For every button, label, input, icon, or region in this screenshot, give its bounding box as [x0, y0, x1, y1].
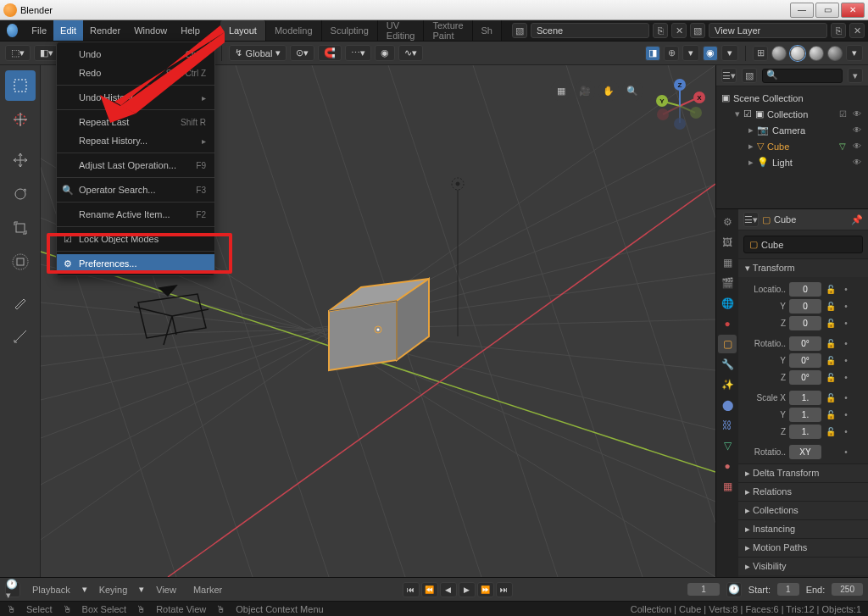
- auto-keyframe-toggle[interactable]: 🕐: [726, 582, 742, 597]
- play-reverse-button[interactable]: ◀: [440, 582, 457, 597]
- tree-camera[interactable]: ▸ 📷 Camera 👁: [720, 122, 865, 138]
- ptab-world[interactable]: 🌐: [718, 294, 737, 313]
- overlay-toggle[interactable]: ◉: [703, 46, 718, 61]
- viewport-camera-icon[interactable]: ▦: [551, 80, 571, 101]
- hide-toggle[interactable]: 👁: [851, 109, 863, 119]
- viewlayer-new-button[interactable]: ⎘: [831, 23, 846, 38]
- panel-motion-header[interactable]: ▸ Motion Paths: [738, 539, 868, 557]
- tool-annotate[interactable]: [5, 287, 36, 318]
- lock-icon[interactable]: 🔓: [825, 319, 837, 328]
- play-button[interactable]: ▶: [459, 582, 476, 597]
- props-editor-type[interactable]: ☰▾: [743, 212, 759, 227]
- tool-select-box[interactable]: [5, 70, 36, 101]
- lock-icon[interactable]: 🔓: [825, 410, 837, 419]
- shading-dropdown[interactable]: ▾: [846, 45, 863, 61]
- viewport-persp-icon[interactable]: 🎥: [575, 80, 595, 101]
- proportional-toggle[interactable]: ◉: [375, 45, 395, 61]
- navigation-gizmo[interactable]: Z X Y: [654, 80, 705, 131]
- ptab-physics[interactable]: ⬤: [718, 396, 737, 414]
- snap-toggle[interactable]: 🧲: [318, 45, 342, 61]
- location-z-value[interactable]: 0: [789, 316, 821, 330]
- tab-shading[interactable]: Sh: [473, 20, 502, 41]
- viewlayer-name-field[interactable]: View Layer: [709, 23, 827, 38]
- snap-type-dropdown[interactable]: ⋯▾: [345, 45, 371, 61]
- lock-icon[interactable]: 🔓: [825, 356, 837, 365]
- lock-icon[interactable]: 🔓: [825, 285, 837, 294]
- viewport-zoom-icon[interactable]: 🔍: [622, 80, 643, 101]
- lock-icon[interactable]: 🔓: [825, 373, 837, 382]
- cube-hide-toggle[interactable]: 👁: [851, 142, 863, 151]
- tool-measure[interactable]: [5, 321, 36, 352]
- gizmo-dropdown[interactable]: ▾: [682, 45, 699, 61]
- panel-collections-header[interactable]: ▸ Collections: [738, 502, 868, 519]
- panel-delta-header[interactable]: ▸ Delta Transform: [738, 464, 868, 482]
- panel-visibility-header[interactable]: ▸ Visibility: [738, 558, 868, 575]
- location-y-value[interactable]: 0: [789, 299, 821, 314]
- scale-y-value[interactable]: 1.: [789, 408, 821, 422]
- tool-scale[interactable]: [5, 213, 36, 243]
- outliner-view-icon[interactable]: ▧: [742, 68, 757, 83]
- scene-new-button[interactable]: ⎘: [653, 23, 668, 38]
- viewlayer-browse-icon[interactable]: ▧: [690, 23, 705, 38]
- rotation-y-value[interactable]: 0°: [789, 353, 821, 368]
- ptab-object[interactable]: ▢: [718, 335, 737, 353]
- ptab-data[interactable]: ▽: [718, 436, 737, 455]
- scale-z-value[interactable]: 1.: [789, 425, 821, 439]
- gizmo-x-axis[interactable]: X: [693, 92, 705, 103]
- timeline-marker[interactable]: Marker: [188, 583, 227, 597]
- object-name-field[interactable]: ▢ Cube: [743, 236, 863, 253]
- ptab-modifiers[interactable]: 🔧: [718, 355, 737, 374]
- proportional-type-dropdown[interactable]: ∿▾: [398, 45, 423, 61]
- rotation-x-value[interactable]: 0°: [789, 336, 821, 351]
- timeline-editor-type[interactable]: 🕐▾: [5, 582, 20, 597]
- scene-delete-button[interactable]: ✕: [671, 23, 687, 38]
- tree-collection[interactable]: ▾ ☑▣ Collection ☑👁: [720, 106, 865, 122]
- object-type-visibility[interactable]: ◨: [645, 46, 660, 61]
- light-hide-toggle[interactable]: 👁: [851, 158, 863, 167]
- current-frame-field[interactable]: 1: [687, 583, 720, 596]
- tab-sculpting[interactable]: Sculpting: [322, 20, 378, 41]
- menu-operator-search[interactable]: 🔍Operator Search...F3: [57, 180, 214, 199]
- gizmo-z-axis[interactable]: Z: [674, 79, 686, 91]
- editor-type-dropdown[interactable]: ⬚▾: [5, 45, 31, 61]
- panel-relations-header[interactable]: ▸ Relations: [738, 483, 868, 501]
- ptab-material[interactable]: ●: [718, 457, 737, 475]
- scale-x-value[interactable]: 1.: [789, 391, 821, 405]
- ptab-constraints[interactable]: ⛓: [718, 416, 737, 435]
- tree-cube[interactable]: ▸ ▽ Cube ▽👁: [720, 138, 865, 154]
- ptab-world2[interactable]: ●: [718, 314, 737, 333]
- tab-uv-editing[interactable]: UV Editing: [378, 20, 425, 41]
- gizmo-y-axis[interactable]: Y: [656, 95, 668, 107]
- gizmo-neg-x[interactable]: [657, 108, 669, 120]
- pin-icon[interactable]: 📌: [851, 214, 863, 225]
- panel-transform-header[interactable]: ▾ Transform: [738, 259, 868, 277]
- timeline-view[interactable]: View: [151, 583, 181, 597]
- tool-transform[interactable]: [5, 247, 36, 277]
- shading-wireframe[interactable]: [771, 46, 787, 61]
- cube-select-toggle[interactable]: ▽: [837, 142, 849, 151]
- tab-texture-paint[interactable]: Texture Paint: [424, 20, 472, 41]
- outliner-filter-button[interactable]: ▾: [848, 68, 863, 83]
- viewlayer-delete-button[interactable]: ✕: [849, 23, 865, 38]
- menu-file[interactable]: File: [25, 20, 53, 41]
- panel-instancing-header[interactable]: ▸ Instancing: [738, 520, 868, 538]
- ptab-scene[interactable]: 🎬: [718, 274, 737, 292]
- start-frame-field[interactable]: 1: [777, 583, 799, 596]
- outliner-display-mode[interactable]: ☰▾: [721, 68, 737, 83]
- window-minimize-button[interactable]: —: [790, 3, 814, 18]
- gizmo-toggle[interactable]: ⊕: [664, 46, 679, 61]
- window-close-button[interactable]: ✕: [841, 3, 865, 18]
- gizmo-neg-z[interactable]: [674, 118, 686, 130]
- end-frame-field[interactable]: 250: [832, 583, 863, 596]
- lock-icon[interactable]: 🔓: [825, 339, 837, 348]
- lock-icon[interactable]: 🔓: [825, 427, 837, 436]
- ptab-output[interactable]: 🖼: [718, 233, 737, 252]
- orientation-dropdown[interactable]: ↯ Global ▾: [229, 45, 287, 61]
- lock-icon[interactable]: 🔓: [825, 302, 837, 311]
- ptab-viewlayer[interactable]: ▦: [718, 253, 737, 272]
- tab-modeling[interactable]: Modeling: [266, 20, 322, 41]
- tool-rotate[interactable]: [5, 179, 36, 209]
- xray-toggle[interactable]: ⊞: [753, 46, 768, 61]
- ptab-particles[interactable]: ✨: [718, 375, 737, 394]
- tree-light[interactable]: ▸ 💡 Light 👁: [720, 154, 865, 170]
